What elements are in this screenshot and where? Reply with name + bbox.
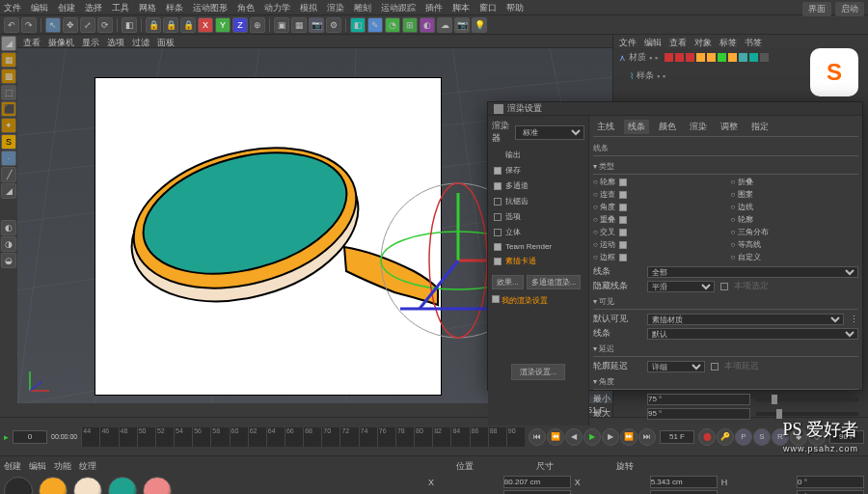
select-tool-icon[interactable]: ↖ xyxy=(45,17,61,33)
autokey-icon[interactable]: 🔑 xyxy=(717,428,734,446)
menu-脚本[interactable]: 脚本 xyxy=(452,2,470,13)
axis-x-icon[interactable]: X xyxy=(198,17,213,33)
rotate-tool-icon[interactable]: ⟳ xyxy=(97,17,113,33)
menu-网格[interactable]: 网格 xyxy=(139,2,156,13)
deformer-icon[interactable]: ◐ xyxy=(420,17,435,33)
vp-tab[interactable]: 查看 xyxy=(23,37,41,45)
my-settings[interactable]: 我的渲染设置 xyxy=(492,295,584,306)
settings-item[interactable]: 保存 xyxy=(492,164,584,177)
model-mode-icon[interactable]: ▦ xyxy=(1,52,16,68)
type-option[interactable]: ○ 运动 xyxy=(593,239,721,250)
render-settings-button[interactable]: 渲染设置... xyxy=(511,364,566,380)
axis-mode-icon[interactable]: ✦ xyxy=(1,118,16,133)
vis2-select[interactable]: 默认 xyxy=(647,328,858,340)
snap-icon[interactable]: S xyxy=(1,134,16,150)
render-picture-icon[interactable]: 📷 xyxy=(309,17,324,33)
type-option[interactable]: ○ 三角分布 xyxy=(731,227,859,237)
menu-创建[interactable]: 创建 xyxy=(58,2,75,13)
menu-工具[interactable]: 工具 xyxy=(112,2,129,13)
om-tab[interactable]: 标签 xyxy=(719,37,737,46)
make-editable-icon[interactable]: ◢ xyxy=(1,36,16,51)
section-visible[interactable]: ▾ 可见 xyxy=(593,294,858,310)
settings-item[interactable]: 抗锯齿 xyxy=(492,195,584,207)
spline-pen-icon[interactable]: ✎ xyxy=(367,17,383,33)
hide-select[interactable]: 平滑 xyxy=(647,281,715,292)
menu-模拟[interactable]: 模拟 xyxy=(300,2,317,13)
prev-frame-icon[interactable]: ◀ xyxy=(565,428,583,446)
type-option[interactable]: ○ 交叉 xyxy=(593,227,721,237)
vp-tab[interactable]: 过滤 xyxy=(132,37,149,45)
render-region-icon[interactable]: ▦ xyxy=(291,17,307,33)
material-item[interactable]: 材质.1 xyxy=(39,477,68,494)
settings-item[interactable]: 素描卡通 xyxy=(492,255,584,267)
type-option[interactable]: ○ 轮廓 xyxy=(731,214,859,225)
x-pos-input[interactable] xyxy=(503,476,571,488)
redo-icon[interactable]: ↷ xyxy=(21,17,37,33)
texture-mode-icon[interactable]: ▩ xyxy=(1,69,16,84)
om-tab[interactable]: 书签 xyxy=(745,37,762,46)
current-frame-input[interactable] xyxy=(660,430,694,444)
dlg-tab[interactable]: 渲染 xyxy=(686,120,711,134)
lock-z-icon[interactable]: 🔒 xyxy=(180,17,196,33)
render-settings-icon[interactable]: ⚙ xyxy=(326,17,341,33)
layout-label[interactable]: 界面 xyxy=(802,2,831,16)
mat-tab[interactable]: 编辑 xyxy=(29,460,46,473)
dlg-tab[interactable]: 颜色 xyxy=(655,120,680,134)
move-tool-icon[interactable]: ✥ xyxy=(63,17,78,33)
vp-tab[interactable]: 选项 xyxy=(107,37,124,45)
menu-雕刻[interactable]: 雕刻 xyxy=(354,2,371,13)
settings-item[interactable]: 选项 xyxy=(492,210,584,223)
menu-渲染[interactable]: 渲染 xyxy=(327,2,344,13)
light-icon[interactable]: 💡 xyxy=(472,17,487,33)
prev-key-icon[interactable]: ⏪ xyxy=(547,428,564,446)
type-option[interactable]: ○ 重叠 xyxy=(593,214,721,225)
type-option[interactable]: ○ 轮廓 xyxy=(593,177,721,187)
goto-start-icon[interactable]: ⏮ xyxy=(529,428,546,446)
object-mode-icon[interactable]: ⬛ xyxy=(1,101,16,117)
next-frame-icon[interactable]: ▶ xyxy=(602,428,619,446)
material-item[interactable]: 材质 xyxy=(4,477,33,494)
menu-运动图形[interactable]: 运动图形 xyxy=(193,2,228,13)
section-angle[interactable]: ▾ 角度 xyxy=(593,374,858,390)
om-tab[interactable]: 对象 xyxy=(694,37,712,46)
angle-min-input[interactable] xyxy=(647,394,750,405)
section-type[interactable]: ▾ 类型 xyxy=(593,159,858,175)
layout-start[interactable]: 启动 xyxy=(835,2,864,16)
type-option[interactable]: ○ 边线 xyxy=(731,202,859,212)
settings-item[interactable]: 输出 xyxy=(492,149,584,161)
menu-运动跟踪[interactable]: 运动跟踪 xyxy=(381,2,416,13)
axis-y-icon[interactable]: Y xyxy=(215,17,231,33)
section-delay[interactable]: ▾ 延迟 xyxy=(593,342,858,357)
render-view-icon[interactable]: ▣ xyxy=(274,17,289,33)
scale-tool-icon[interactable]: ⤢ xyxy=(80,17,95,33)
isoline-icon[interactable]: ◒ xyxy=(1,253,16,268)
x-size-input[interactable] xyxy=(650,476,718,488)
coord-tab[interactable]: 旋转 xyxy=(588,460,661,473)
material-item[interactable]: 材质.3 xyxy=(108,477,137,494)
settings-item[interactable]: 立体 xyxy=(492,226,584,238)
menu-文件[interactable]: 文件 xyxy=(4,2,21,13)
mat-tab[interactable]: 功能 xyxy=(54,460,71,473)
next-key-icon[interactable]: ⏩ xyxy=(620,428,637,446)
vis-select[interactable]: 素描材质 xyxy=(647,314,844,325)
settings-item[interactable]: Team Render xyxy=(492,241,584,252)
camera-icon[interactable]: 📷 xyxy=(454,17,470,33)
menu-插件[interactable]: 插件 xyxy=(425,2,443,13)
lock-y-icon[interactable]: 🔒 xyxy=(163,17,178,33)
viewport-solo-icon[interactable]: ◐ xyxy=(1,220,16,235)
angle-max-input[interactable] xyxy=(647,408,750,420)
poly-mode-icon[interactable]: ◢ xyxy=(1,183,16,199)
dlg-tab[interactable]: 调整 xyxy=(717,120,742,134)
menu-样条[interactable]: 样条 xyxy=(166,2,183,13)
dlg-tab[interactable]: 线条 xyxy=(624,120,649,134)
type-option[interactable]: ○ 折叠 xyxy=(731,177,859,187)
om-tab[interactable]: 文件 xyxy=(619,37,637,46)
type-option[interactable]: ○ 自定义 xyxy=(731,252,859,262)
type-option[interactable]: ○ 角度 xyxy=(593,202,721,212)
material-item[interactable]: 材质.2 xyxy=(73,477,102,494)
coord-system-icon[interactable]: ⊕ xyxy=(250,17,265,33)
type-option[interactable]: ○ 等高线 xyxy=(731,239,859,250)
type-option[interactable]: ○ 边框 xyxy=(593,252,721,262)
record-icon[interactable]: ⬤ xyxy=(698,428,716,446)
vp-tab[interactable]: 面板 xyxy=(157,37,175,45)
